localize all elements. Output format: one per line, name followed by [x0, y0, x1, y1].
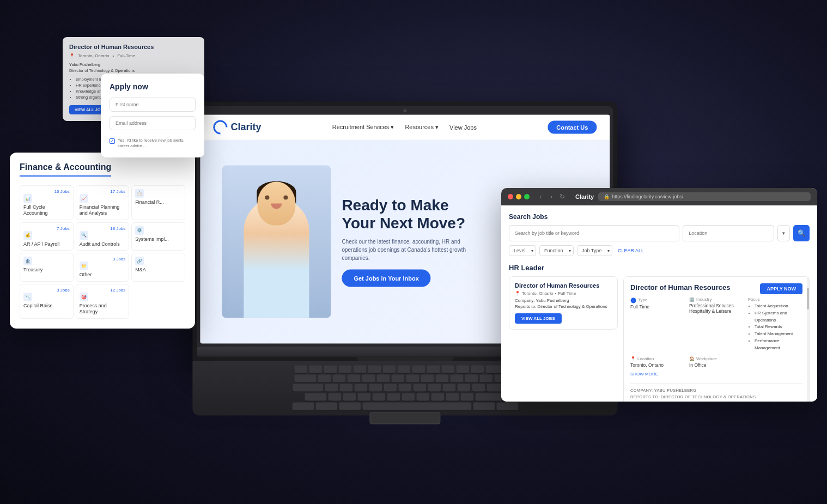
focus-list: Talent Acquisition HR Systems and Operat… — [748, 303, 802, 352]
focus-label: Focus — [748, 297, 802, 302]
key — [450, 374, 463, 382]
fi-count: 18 Jobs — [80, 226, 126, 231]
key-cmd — [473, 402, 495, 410]
nav-resources[interactable]: Resources ▾ — [405, 124, 439, 131]
dc-location: Toronto, Ontario — [78, 53, 109, 58]
logo-icon — [210, 117, 230, 137]
clear-all-link[interactable]: CLEAR ALL — [618, 248, 644, 253]
level-filter[interactable]: Level — [509, 245, 536, 256]
finance-item-capital[interactable]: 3 Jobs 📉 Capital Raise — [20, 284, 74, 319]
key-opt — [339, 402, 361, 410]
location-detail: 📍 Location Toronto, Ontario — [630, 356, 685, 368]
search-submit-button[interactable]: 🔍 — [793, 225, 810, 241]
get-jobs-inbox-button[interactable]: Get Jobs in Your Inbox — [342, 269, 430, 287]
focus-item-2: HR Systems and Operations — [755, 310, 802, 324]
first-name-input[interactable] — [110, 98, 196, 112]
address-bar[interactable]: 🔒 https://findingclarity.ca/view-jobs/ — [598, 192, 811, 201]
key — [332, 374, 345, 382]
type-dot-icon: ⬤ — [630, 297, 636, 303]
key — [382, 365, 396, 373]
maximize-button-dot[interactable] — [524, 194, 530, 199]
apply-card: Apply now ✓ Yes, I'd like to receive new… — [101, 74, 204, 157]
industry-value: Professional Services Hospitality & Leis… — [689, 303, 744, 314]
person-head — [257, 182, 295, 226]
fi-icon: 📋 — [135, 189, 144, 198]
forward-button[interactable]: › — [547, 192, 556, 201]
travel-bottom-row: TRAVEL REQUIREMENTS: 25% (NYC) — [630, 401, 802, 402]
search-jobs-label: Search Jobs — [509, 213, 810, 221]
key — [412, 365, 425, 373]
key-caps — [293, 384, 323, 391]
finance-item-payroll[interactable]: 7 Jobs 💰 AR / AP / Payroll — [20, 222, 74, 251]
finance-item-financial-r[interactable]: 📋 Financial R... — [131, 185, 185, 220]
fi-label: Financial Planning and Analysis — [80, 204, 126, 216]
finance-item-audit[interactable]: 18 Jobs 🔍 Audit and Controls — [76, 222, 130, 251]
finance-item-fpa[interactable]: 17 Jobs 📈 Financial Planning and Analysi… — [76, 185, 130, 220]
detail-scrollbar[interactable] — [807, 277, 809, 402]
url-text: https://findingclarity.ca/view-jobs/ — [612, 194, 683, 199]
apply-now-title: Apply now — [110, 82, 196, 91]
browser-traffic-lights — [508, 194, 530, 199]
job-card-director[interactable]: Director of Human Resources 📍 Toronto, O… — [509, 276, 618, 330]
fi-count: 3 Jobs — [23, 288, 70, 293]
view-all-jobs-button[interactable]: VIEW ALL JOBS — [515, 313, 562, 324]
keyboard-row-5 — [209, 402, 601, 410]
finance-item-process[interactable]: 12 Jobs 🎯 Process and Strategy — [76, 284, 130, 319]
site-nav: Clarity Recruitment Services ▾ Resources… — [200, 114, 610, 140]
apply-now-button[interactable]: APPLY NOW — [760, 283, 802, 294]
fi-label: M&A — [135, 267, 181, 273]
fi-label: Capital Raise — [23, 303, 70, 309]
fi-count: 17 Jobs — [80, 189, 126, 194]
fi-label: Audit and Controls — [80, 241, 126, 247]
key — [372, 393, 385, 400]
show-more-link[interactable]: SHOW MORE — [630, 372, 658, 377]
key — [338, 365, 351, 373]
search-jobs-section: Search Jobs ▾ 🔍 Level Function — [509, 213, 810, 256]
newsletter-checkbox-row: ✓ Yes, I'd like to receive new job alert… — [110, 138, 196, 149]
key-shift-l — [305, 393, 326, 400]
finance-item-other[interactable]: 3 Jobs 📁 Other — [76, 253, 130, 282]
key — [357, 393, 370, 400]
close-button-dot[interactable] — [508, 194, 513, 199]
keyword-search-input[interactable] — [509, 225, 679, 241]
focus-item-3: Total Rewards — [755, 324, 802, 331]
fi-icon: 📊 — [23, 194, 32, 203]
browser-content: Search Jobs ▾ 🔍 Level Function — [501, 205, 817, 402]
finance-item-full-cycle[interactable]: 16 Jobs 📊 Full Cycle Accounting — [20, 185, 74, 220]
job-type-filter[interactable]: Job Type — [577, 245, 612, 256]
focus-item-5: Performance Management — [755, 338, 802, 352]
location-search-input[interactable] — [683, 225, 774, 241]
key — [421, 374, 434, 382]
touchpad — [369, 412, 440, 424]
fi-count: 16 Jobs — [23, 189, 70, 194]
job-card-location: 📍 Toronto, Ontario • Full-Time — [515, 291, 612, 296]
nav-recruitment[interactable]: Recruitment Services ▾ — [332, 124, 394, 131]
fi-icon: 🏦 — [23, 257, 32, 265]
back-button[interactable]: ‹ — [536, 192, 545, 201]
email-input[interactable] — [110, 116, 196, 130]
job-detail-panel: Director of Human Resources APPLY NOW ⬤ … — [623, 276, 810, 402]
finance-item-ma[interactable]: 🔗 M&A — [131, 253, 185, 282]
function-filter[interactable]: Function — [539, 245, 574, 256]
finance-item-systems[interactable]: ⚙️ Systems Impl... — [131, 222, 185, 251]
key-tab — [294, 374, 316, 382]
newsletter-checkbox[interactable]: ✓ — [110, 138, 115, 144]
minimize-button-dot[interactable] — [516, 194, 521, 199]
section-heading: HR Leader — [509, 264, 810, 272]
key — [457, 384, 470, 391]
workplace-icon: 🏠 — [689, 356, 695, 361]
key — [427, 365, 440, 373]
finance-item-treasury[interactable]: 🏦 Treasury — [20, 253, 74, 282]
key — [442, 384, 455, 391]
key — [347, 374, 360, 382]
key-fn — [292, 402, 314, 410]
nav-view-jobs[interactable]: View Jobs — [449, 124, 477, 130]
type-label: ⬤ Type — [630, 297, 685, 303]
nav-links: Recruitment Services ▾ Resources ▾ View … — [332, 124, 477, 131]
key — [294, 365, 307, 373]
contact-us-button[interactable]: Contact Us — [548, 120, 597, 133]
dc-reports: Director of Technology & Operations — [69, 68, 198, 74]
location-dropdown[interactable]: ▾ — [777, 225, 790, 241]
reload-button[interactable]: ↻ — [558, 192, 567, 201]
finance-grid: 16 Jobs 📊 Full Cycle Accounting 17 Jobs … — [20, 185, 185, 319]
